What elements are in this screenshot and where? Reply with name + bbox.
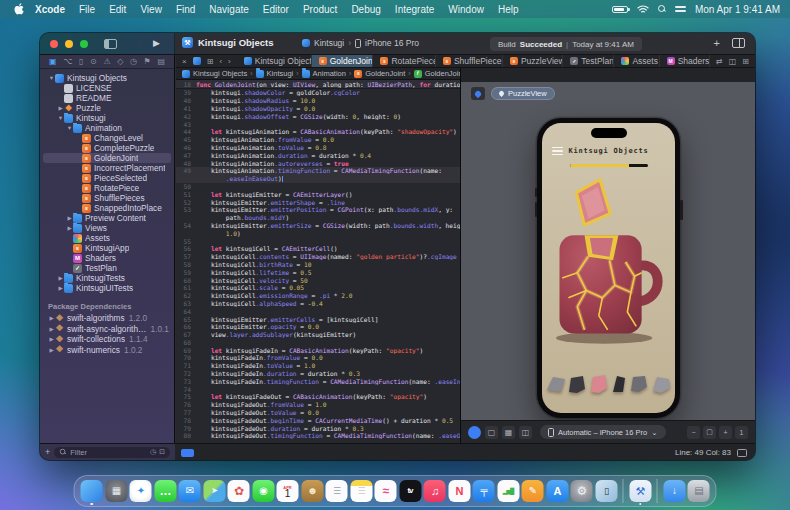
preview-device-selector[interactable]: Automatic – iPhone 16 Pro ⌄ <box>540 425 666 439</box>
sidebar-item-preview-content[interactable]: ▶Preview Content <box>43 213 171 223</box>
code-line-wrap[interactable]: path.bounds.midY) <box>176 214 460 222</box>
wifi-icon[interactable] <box>637 5 649 14</box>
tests-icon[interactable]: ◇ <box>117 58 123 66</box>
code-line-63[interactable]: 63 kintsugiCell.alphaSpeed = -0.4 <box>176 300 460 308</box>
tab-rotatepiece[interactable]: sRotatePiece <box>373 55 435 67</box>
dock-photos-icon[interactable]: ✿ <box>228 480 250 502</box>
code-line-51[interactable]: 51 let kintsugiEmitter = CAEmitterLayer(… <box>176 190 460 198</box>
sidebar-item-shaders[interactable]: MShaders <box>43 253 171 263</box>
code-line-58[interactable]: 58 kintsugiCell.birthRate = 10 <box>176 261 460 269</box>
dock-calendar-icon[interactable]: APR1 <box>277 480 299 502</box>
sidebar-item-kintsugitests[interactable]: ▶KintsugiTests <box>43 273 171 283</box>
editor-settings-icon[interactable] <box>737 449 747 457</box>
sidebar-toggle-icon[interactable] <box>104 39 117 49</box>
source-editor[interactable]: 18 func GoldenJoint(on view: UIView, alo… <box>176 80 460 443</box>
dock-tv-icon[interactable]: tv <box>399 480 421 502</box>
code-line-59[interactable]: 59 kintsugiCell.lifetime = 0.5 <box>176 268 460 276</box>
iphone-screen[interactable]: Kintsugi Objects <box>542 123 675 413</box>
dock-trash-icon[interactable]: ▤ <box>688 480 710 502</box>
menu-edit[interactable]: Edit <box>102 4 133 15</box>
dock-messages-icon[interactable]: … <box>154 480 176 502</box>
library-add-button[interactable]: + <box>714 37 720 49</box>
breadcrumb-item-goldenjoint[interactable]: sGoldenJoint <box>354 69 405 78</box>
breakpoints-icon[interactable]: ⚑ <box>144 58 151 66</box>
close-window-button[interactable] <box>50 40 58 48</box>
kintsugi-mug[interactable] <box>547 219 672 351</box>
add-file-button[interactable]: + <box>45 447 50 457</box>
tab-assets[interactable]: Assets <box>614 55 659 67</box>
sidebar-item-incorrectplacement[interactable]: sIncorrectPlacement <box>43 163 171 173</box>
filter-input[interactable]: Filter ◷⊡ <box>54 447 170 458</box>
run-button[interactable]: ▶ <box>153 38 160 48</box>
sidebar-item-completepuzzle[interactable]: sCompletePuzzle <box>43 143 171 153</box>
menu-integrate[interactable]: Integrate <box>388 4 441 15</box>
spotlight-search-icon[interactable] <box>658 5 666 13</box>
code-line-52[interactable]: 52 kintsugiEmitter.emitterShape = .line <box>176 198 460 206</box>
dock-xcode-icon[interactable]: ⚒ <box>629 480 651 502</box>
sidebar-item-testplan[interactable]: ✓TestPlan <box>43 263 171 273</box>
code-line-49[interactable]: 49 kintsugiAnimation.timingFunction = CA… <box>176 167 460 175</box>
sidebar-item-kintsugiapp[interactable]: sKintsugiApp <box>43 243 171 253</box>
code-line-45[interactable]: 45 kintsugiAnimation.fromValue = 0.0 <box>176 136 460 144</box>
split-editor-icon[interactable]: ◫ <box>729 57 737 66</box>
code-line-56[interactable]: 56 let kintsugiCell = CAEmitterCell() <box>176 245 460 253</box>
reports-icon[interactable]: ▤ <box>157 58 165 66</box>
breakpoint-activation-button[interactable] <box>181 449 194 457</box>
code-line-42[interactable]: 42 kintsugi.shadowOffset = CGSize(width:… <box>176 112 460 120</box>
dock-downloads-icon[interactable]: ↓ <box>663 480 685 502</box>
sidebar-item-changelevel[interactable]: sChangeLevel <box>43 133 171 143</box>
code-line-wrap[interactable]: 1.0) <box>176 229 460 237</box>
editor-layout-icon[interactable] <box>732 38 745 48</box>
preview-target-pill[interactable]: PuzzleView <box>491 87 555 100</box>
code-line-75[interactable]: 75 let kintsugiFadeOut = CABasicAnimatio… <box>176 393 460 401</box>
menu-navigate[interactable]: Navigate <box>202 4 255 15</box>
dock-launchpad-icon[interactable]: ▦ <box>105 480 127 502</box>
tab-goldenjoint[interactable]: sGoldenJoint <box>312 55 374 67</box>
dock-keynote-icon[interactable]: ╤ <box>473 480 495 502</box>
code-line-53[interactable]: 53 kintsugiEmitter.emitterPosition = CGP… <box>176 206 460 214</box>
code-line-78[interactable]: 78 kintsugiFadeOut.beginTime = CACurrent… <box>176 416 460 424</box>
dock-freeform-icon[interactable]: ≈ <box>375 480 397 502</box>
code-line-47[interactable]: 47 kintsugiAnimation.duration = duration… <box>176 151 460 159</box>
menu-find[interactable]: Find <box>169 4 202 15</box>
dock-facetime-icon[interactable]: ◉ <box>252 480 274 502</box>
sidebar-item-readme[interactable]: README <box>43 93 171 103</box>
forward-button[interactable]: › <box>228 57 231 66</box>
code-line-43[interactable]: 43 <box>176 120 460 128</box>
sidebar-item-rotatepiece[interactable]: sRotatePiece <box>43 183 171 193</box>
menu-xcode[interactable]: Xcode <box>28 4 72 15</box>
code-line-69[interactable]: 69 let kintsugiFadeIn = CABasicAnimation… <box>176 346 460 354</box>
code-line-72[interactable]: 72 kintsugiFadeIn.duration = duration * … <box>176 370 460 378</box>
zoom-in-button[interactable]: + <box>719 426 732 439</box>
code-line-54[interactable]: 54 kintsugiEmitter.emitterSize = CGSize(… <box>176 222 460 230</box>
package-item-swift-collections[interactable]: ▶❖swift-collections1.1.4 <box>43 334 171 345</box>
code-line-50[interactable]: 50 <box>176 183 460 191</box>
menu-product[interactable]: Product <box>296 4 344 15</box>
sidebar-item-assets[interactable]: Assets <box>43 233 171 243</box>
breadcrumb-item-animation[interactable]: Animation <box>302 69 346 78</box>
zoom-fit-button[interactable]: ▢ <box>703 426 716 439</box>
code-line-41[interactable]: 41 kintsugi.shadowOpacity = 0.0 <box>176 105 460 113</box>
sidebar-item-goldenjoint[interactable]: sGoldenJoint <box>43 153 171 163</box>
recent-file-icon[interactable] <box>193 57 201 65</box>
sidebar-item-kintsugiuitests[interactable]: ▶KintsugiUITests <box>43 283 171 293</box>
code-line-64[interactable]: 64 <box>176 307 460 315</box>
breadcrumb-item-kintsugi[interactable]: Kintsugi <box>256 69 294 78</box>
menu-file[interactable]: File <box>72 4 102 15</box>
menu-debug[interactable]: Debug <box>344 4 387 15</box>
menu-view[interactable]: View <box>133 4 169 15</box>
live-preview-button[interactable] <box>468 426 481 439</box>
minimize-window-button[interactable] <box>65 40 73 48</box>
dock-maps-icon[interactable]: ➤ <box>203 480 225 502</box>
code-line-76[interactable]: 76 kintsugiFadeOut.fromValue = 1.0 <box>176 401 460 409</box>
sidebar-item-pieceselected[interactable]: sPieceSelected <box>43 173 171 183</box>
dock-contacts-icon[interactable]: ☻ <box>301 480 323 502</box>
code-line-67[interactable]: 67 view.layer.addSublayer(kintsugiEmitte… <box>176 331 460 339</box>
package-item-swift-numerics[interactable]: ▶❖swift-numerics1.0.2 <box>43 345 171 356</box>
variants-grid-button[interactable]: ▦ <box>502 426 515 439</box>
zoom-out-button[interactable]: − <box>687 426 700 439</box>
dock-iphone-mirroring-icon[interactable]: ▯ <box>595 480 617 502</box>
code-line-79[interactable]: 79 kintsugiFadeOut.duration = duration *… <box>176 424 460 432</box>
code-line-74[interactable]: 74 <box>176 385 460 393</box>
tab-shaders[interactable]: MShaders <box>660 55 710 67</box>
